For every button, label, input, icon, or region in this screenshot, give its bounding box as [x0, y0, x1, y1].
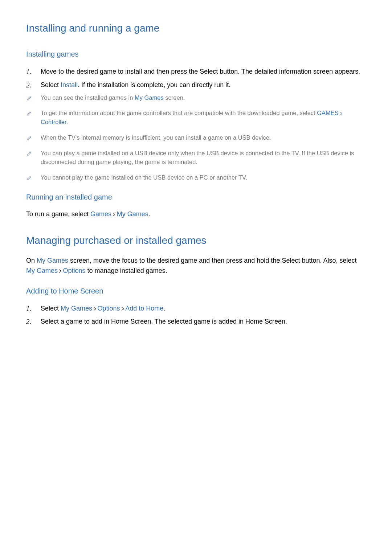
section-title: Managing purchased or installed games	[26, 235, 366, 246]
my-games-link: My Games	[26, 267, 58, 274]
add-home-steps-list: 1. Select My Games>Options>Add to Home. …	[26, 303, 366, 327]
add-step-1: 1. Select My Games>Options>Add to Home.	[38, 303, 366, 314]
install-link: Install	[61, 81, 78, 89]
run-text-b: .	[148, 210, 150, 218]
install-step-2: 2. Select Install. If the installation i…	[38, 80, 366, 90]
subheading-running-game: Running an installed game	[26, 193, 366, 201]
install-notes-list: You can see the installed games in My Ga…	[26, 93, 366, 182]
note-item: To get the information about the game co…	[38, 108, 366, 127]
intro-b: screen, move the focus to the desired ga…	[68, 257, 357, 264]
note-icon	[27, 149, 32, 155]
chevron-right-icon: >	[94, 303, 96, 315]
step-number: 2.	[26, 80, 31, 91]
note-text-a: To get the information about the game co…	[41, 110, 317, 116]
step-number: 1.	[26, 303, 31, 314]
intro-a: On	[26, 257, 37, 264]
chevron-right-icon: >	[59, 266, 61, 277]
step-number: 2.	[26, 316, 31, 327]
step-number: 1.	[26, 66, 31, 77]
controller-link: Controller	[41, 119, 66, 125]
games-link: Games	[90, 210, 111, 218]
options-link: Options	[98, 305, 120, 312]
add-to-home-link: Add to Home	[125, 305, 163, 312]
note-text: You cannot play the game installed on th…	[41, 174, 247, 181]
options-link: Options	[63, 267, 86, 274]
note-icon	[27, 134, 32, 139]
note-icon	[27, 109, 32, 114]
my-games-link: My Games	[117, 210, 148, 218]
note-item: You can see the installed games in My Ga…	[38, 93, 366, 102]
intro-c: to manage installed games.	[86, 267, 167, 274]
install-step-1: 1. Move to the desired game to install a…	[38, 66, 366, 77]
note-text: When the TV's internal memory is insuffi…	[41, 134, 271, 141]
add-step-2: 2. Select a game to add in Home Screen. …	[38, 316, 366, 327]
note-text-b: .	[66, 119, 68, 125]
step-text-b: .	[163, 305, 165, 312]
step-text: Select a game to add in Home Screen. The…	[41, 318, 287, 325]
step-text: Move to the desired game to install and …	[41, 68, 360, 75]
chevron-right-icon: >	[113, 209, 115, 220]
note-item: You cannot play the game installed on th…	[38, 173, 366, 182]
note-icon	[27, 94, 32, 99]
managing-intro: On My Games screen, move the focus to th…	[26, 256, 366, 276]
step-text-a: Select	[41, 305, 61, 312]
subheading-installing-games: Installing games	[26, 50, 366, 58]
my-games-link: My Games	[135, 94, 164, 101]
note-text: You can play a game installed on a USB d…	[41, 150, 354, 165]
my-games-link: My Games	[61, 305, 92, 312]
install-steps-list: 1. Move to the desired game to install a…	[26, 66, 366, 90]
chevron-right-icon: >	[340, 108, 342, 118]
step-text-a: Select	[41, 81, 61, 89]
games-link: GAMES	[317, 110, 339, 116]
note-icon	[27, 174, 32, 179]
chevron-right-icon: >	[122, 303, 124, 315]
note-text-b: screen.	[164, 94, 185, 101]
my-games-link: My Games	[37, 257, 68, 264]
step-text-b: . If the installation is complete, you c…	[78, 81, 230, 89]
run-text-a: To run a game, select	[26, 210, 90, 218]
section-title: Installing and running a game	[26, 22, 366, 34]
running-instruction: To run a game, select Games>My Games.	[26, 209, 366, 219]
note-item: When the TV's internal memory is insuffi…	[38, 133, 366, 142]
note-text-a: You can see the installed games in	[41, 94, 135, 101]
subheading-add-home: Adding to Home Screen	[26, 287, 366, 295]
note-item: You can play a game installed on a USB d…	[38, 149, 366, 167]
